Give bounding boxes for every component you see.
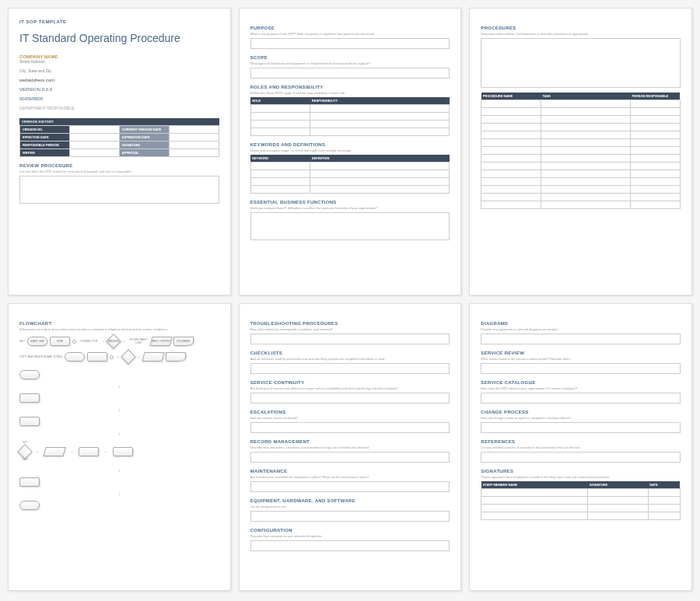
change-title: CHANGE PROCESS	[481, 410, 681, 414]
step-icon: STEP	[50, 337, 70, 346]
catalogue-title: SERVICE CATALOGUE	[481, 380, 681, 385]
start-end-icon: START / END	[27, 337, 47, 346]
page-1: IT SOP TEMPLATE IT Standard Operating Pr…	[8, 8, 231, 295]
continuity-box[interactable]	[250, 393, 450, 404]
equipment-box[interactable]	[250, 511, 450, 522]
diagrams-hint: Provide any equipment or network diagram…	[481, 327, 681, 331]
change-box[interactable]	[481, 422, 681, 433]
blank-round-icon[interactable]	[65, 352, 85, 362]
blank-para-icon[interactable]	[142, 352, 164, 362]
catalogue-box[interactable]	[481, 393, 681, 404]
metadata-table: VERSION NO.CURRENT VERSION DATE EFFECTIV…	[19, 125, 219, 157]
flowchart-title: FLOWCHART	[19, 321, 219, 326]
copy-label: COPY AND PASTE BLANK ICONS	[19, 355, 62, 358]
review-hint: List how often this SOP should be review…	[19, 169, 219, 173]
page-4: FLOWCHART A flowchart can help to show w…	[8, 303, 231, 591]
escalations-title: ESCALATIONS	[250, 410, 450, 414]
procedures-table[interactable]: PROCEDURE NAMETASKPERSON RESPONSIBLE	[481, 93, 681, 209]
records-box[interactable]	[250, 452, 450, 463]
flow-end[interactable]	[19, 501, 40, 510]
roles-hint: Define who these SOPs apply to and the r…	[250, 91, 450, 95]
blank-doc-icon[interactable]	[166, 352, 186, 362]
keywords-title: KEYWORDS AND DEFINITIONS	[250, 142, 450, 147]
review-input-box[interactable]	[19, 176, 219, 204]
signatures-hint: Obtain signatures from employees to conf…	[481, 475, 681, 479]
diagrams-title: DIAGRAMS	[481, 321, 681, 326]
ebf-hint: Have you analyzed how IT difficulties ca…	[250, 206, 450, 210]
references-title: REFERENCES	[481, 439, 681, 444]
diagrams-box[interactable]	[481, 334, 681, 344]
procedures-hint: Detail procedures below. Use flowcharts …	[481, 32, 681, 36]
keywords-table[interactable]: KEYWORDDEFINITION	[250, 155, 450, 194]
keywords-hint: Define any acronyms, jargon, or terms th…	[250, 149, 450, 152]
version-history-header: VERSION HISTORY	[19, 118, 219, 125]
blank-connector-icon[interactable]	[110, 355, 114, 359]
purpose-hint: What is the purpose of this SOP? Note an…	[250, 32, 450, 36]
continuity-title: SERVICE CONTINUITY	[250, 380, 450, 385]
ebf-box[interactable]	[250, 212, 450, 240]
date: 00/00/0000	[19, 96, 219, 101]
io-icon: INPUT / OUTPUT	[149, 337, 172, 346]
page-3: PROCEDURES Detail procedures below. Use …	[469, 8, 692, 295]
ebf-title: ESSENTIAL BUSINESS FUNCTIONS	[250, 200, 450, 204]
page-5: TROUBLESHOOTING PROCEDURES How will inci…	[239, 303, 462, 591]
maintenance-title: MAINTENANCE	[250, 469, 450, 473]
review-section-title: REVIEW PROCEDURE	[19, 163, 219, 168]
change-hint: How are changes made to systems, equipme…	[481, 416, 681, 420]
catalogue-hint: How does this SOP relate to your organiz…	[481, 386, 681, 390]
blank-rect-icon[interactable]	[87, 352, 107, 362]
version: VERSION 0.0.0	[19, 87, 219, 92]
service-review-box[interactable]	[481, 363, 681, 374]
flowchart-blank-row: COPY AND PASTE BLANK ICONS → →	[19, 351, 219, 362]
flow-start[interactable]	[19, 370, 40, 379]
trouble-box[interactable]	[250, 334, 450, 344]
address-line-1: Street Address	[19, 59, 219, 64]
trouble-title: TROUBLESHOOTING PROCEDURES	[250, 321, 450, 326]
maintenance-hint: Are maintenance schedules for equipment …	[250, 475, 450, 479]
escalations-hint: How are service issues escalated?	[250, 416, 450, 420]
service-review-hint: Were issues found in the previous review…	[481, 357, 681, 361]
equipment-hint: List all components in use.	[250, 505, 450, 508]
decision-icon: DECISION	[106, 334, 121, 349]
procedures-title: PROCEDURES	[481, 26, 681, 30]
address-line-2: City, State and Zip	[19, 68, 219, 73]
page-2: PURPOSE What is the purpose of this SOP?…	[239, 8, 462, 295]
flow-step[interactable]	[79, 447, 99, 456]
blank-diamond-icon[interactable]	[121, 349, 136, 365]
escalations-box[interactable]	[250, 422, 450, 433]
scope-box[interactable]	[250, 68, 450, 79]
document-icon: DOCUMENT	[173, 337, 194, 346]
service-review-title: SERVICE REVIEW	[481, 351, 681, 355]
references-box[interactable]	[481, 452, 681, 463]
scope-title: SCOPE	[250, 55, 450, 60]
checklists-box[interactable]	[250, 363, 450, 374]
trouble-hint: How will incidents be investigated, esca…	[250, 327, 450, 331]
records-hint: Describe how warranties, checklists, and…	[250, 446, 450, 449]
references-hint: List any external sources of manuals or …	[481, 446, 681, 449]
flow-step[interactable]	[19, 477, 40, 487]
procedures-box[interactable]	[481, 38, 681, 88]
roles-title: ROLES AND RESPONSIBILITY	[250, 85, 450, 89]
purpose-box[interactable]	[250, 38, 450, 49]
checklists-hint: Add all checklists used for processes an…	[250, 357, 450, 361]
flowchart-hint: A flowchart can help to show what action…	[19, 327, 219, 331]
flow-io[interactable]	[43, 447, 65, 456]
flow-decision[interactable]	[17, 444, 33, 459]
flow-step[interactable]	[113, 447, 133, 456]
config-hint: Describe how components and networks fit…	[250, 534, 450, 538]
config-title: CONFIGURATION	[250, 528, 450, 533]
flow-step[interactable]	[19, 417, 40, 426]
config-box[interactable]	[250, 540, 450, 551]
purpose-title: PURPOSE	[250, 26, 450, 30]
maintenance-box[interactable]	[250, 481, 450, 492]
key-label: KEY	[19, 340, 25, 343]
signatures-title: SIGNATURES	[481, 469, 681, 473]
flow-step[interactable]	[19, 393, 40, 403]
signatures-table[interactable]: STAFF MEMBER NAMESIGNATUREDATE	[481, 481, 681, 520]
page-6: DIAGRAMS Provide any equipment or networ…	[469, 303, 692, 591]
records-title: RECORD MANAGEMENT	[250, 439, 450, 444]
continuity-hint: Are backup and restore tests defined to …	[250, 386, 450, 390]
checklists-title: CHECKLISTS	[250, 351, 450, 355]
template-header: IT SOP TEMPLATE	[19, 19, 219, 24]
roles-table[interactable]: ROLERESPONSIBILITY	[250, 97, 450, 136]
